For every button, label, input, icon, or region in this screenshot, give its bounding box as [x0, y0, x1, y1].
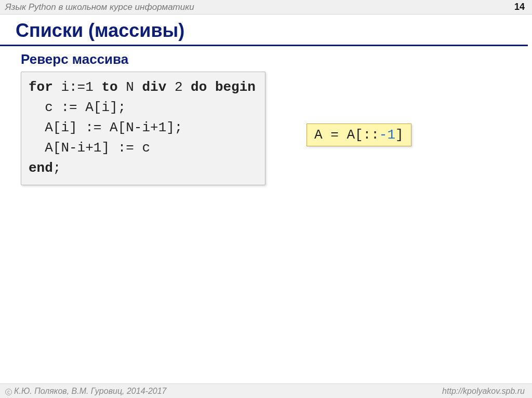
code-line-4: A[N-i+1] := c [29, 140, 150, 156]
code-text: A = A[:: [314, 127, 379, 143]
keyword-end: end [29, 160, 53, 176]
keyword-do-begin: do begin [191, 79, 256, 95]
slide-title: Списки (массивы) [0, 15, 528, 46]
code-text: ] [395, 127, 404, 143]
top-bar: Язык Python в школьном курсе информатики… [0, 0, 532, 15]
footer-authors: cК.Ю. Поляков, В.М. Гуровиц, 2014-2017 [5, 387, 166, 396]
page-number: 14 [514, 2, 525, 12]
keyword-div: div [142, 79, 166, 95]
code-literal: -1 [379, 127, 395, 143]
lecture-series-title: Язык Python в школьном курсе информатики [5, 2, 194, 12]
keyword-for: for [29, 79, 53, 95]
code-line-2: c := A[i]; [29, 100, 126, 115]
authors-text: К.Ю. Поляков, В.М. Гуровиц, 2014-2017 [14, 387, 166, 395]
keyword-to: to [101, 79, 117, 95]
slide: Язык Python в школьном курсе информатики… [0, 0, 532, 398]
code-text: i:=1 [53, 79, 102, 95]
content-area: for i:=1 to N div 2 do begin c := A[i]; … [0, 72, 532, 185]
footer-bar: cК.Ю. Поляков, В.М. Гуровиц, 2014-2017 h… [0, 383, 532, 398]
code-line-3: A[i] := A[N-i+1]; [29, 120, 182, 135]
slide-subtitle: Реверс массива [0, 46, 532, 72]
copyright-icon: c [5, 389, 12, 395]
code-text: N [118, 79, 142, 95]
python-code-block: A = A[::-1] [307, 123, 411, 146]
pascal-code-block: for i:=1 to N div 2 do begin c := A[i]; … [21, 72, 265, 185]
footer-url: http://kpolyakov.spb.ru [442, 387, 525, 396]
code-text: ; [53, 160, 61, 176]
code-text: 2 [166, 79, 191, 95]
